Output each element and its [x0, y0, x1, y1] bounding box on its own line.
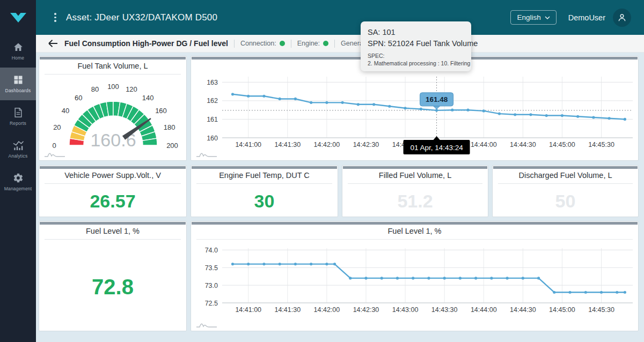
status-dot-green	[323, 41, 328, 46]
svg-text:140: 140	[142, 94, 154, 102]
card-drag-handle[interactable]	[192, 166, 337, 169]
sparkline-toggle-icon[interactable]	[195, 319, 218, 328]
reports-icon	[13, 107, 23, 118]
management-gear-icon	[13, 173, 24, 183]
svg-text:60: 60	[75, 94, 82, 102]
sidebar-item-label: Dashboards	[5, 88, 31, 93]
sidebar-item-management[interactable]: Management	[0, 166, 36, 198]
fuel-tank-volume-chart[interactable]: 14:41:0014:41:3014:42:0014:42:3014:43:00…	[191, 56, 639, 161]
sparkline-toggle-icon[interactable]	[43, 149, 66, 158]
logo-chevron-icon	[6, 9, 30, 27]
spn-name-line: SPN: 521024 Fuel Tank Volume	[368, 38, 464, 49]
stat-value: 30	[191, 191, 338, 212]
stat-value: 51.2	[342, 191, 488, 212]
app-logo[interactable]	[0, 0, 36, 35]
sidebar-item-analytics[interactable]: Analytics	[0, 133, 36, 166]
user-icon	[617, 12, 627, 23]
svg-text:14:44:30: 14:44:30	[510, 306, 536, 314]
stat-value: 50	[493, 191, 638, 212]
svg-text:40: 40	[62, 107, 69, 115]
svg-text:73.0: 73.0	[205, 282, 218, 289]
svg-text:14:41:30: 14:41:30	[274, 306, 301, 314]
sidebar-item-dashboards[interactable]: Dashboards	[0, 68, 36, 100]
fuel-level-value-card: Fuel Level 1, % 72.8	[39, 221, 187, 331]
svg-text:14:41:00: 14:41:00	[235, 306, 261, 314]
svg-text:180: 180	[164, 123, 175, 131]
fuel-tank-volume-chart-card: 14:41:0014:41:3014:42:0014:42:3014:43:00…	[191, 56, 639, 161]
back-button[interactable]	[48, 39, 58, 48]
menu-kebab-icon[interactable]	[54, 13, 56, 22]
card-drag-handle[interactable]	[40, 166, 186, 169]
separator	[234, 40, 235, 48]
svg-text:162: 162	[207, 97, 218, 105]
spn-spec-label: SPEC:	[368, 53, 464, 59]
svg-text:120: 120	[126, 85, 137, 93]
app-root: Home Dashboards Reports Analytics Manage…	[0, 0, 644, 342]
svg-text:74.0: 74.0	[205, 247, 218, 254]
sidebar-item-label: Analytics	[9, 153, 28, 159]
fuel-tank-volume-gauge: 020406080100120140160180200160.6	[39, 75, 187, 159]
svg-text:14:43:30: 14:43:30	[431, 306, 458, 314]
card-drag-handle[interactable]	[40, 57, 186, 60]
spn-tooltip-popup: SA: 101 SPN: 521024 Fuel Tank Volume SPE…	[361, 21, 471, 71]
stat-card-filled-fuel-volume: Filled Fuel Volume, L 51.2	[342, 165, 488, 217]
status-dot-green	[280, 41, 285, 46]
chevron-down-icon	[545, 16, 550, 19]
username: DemoUser	[568, 13, 605, 22]
svg-text:100: 100	[107, 83, 119, 91]
arrow-left-icon	[48, 39, 58, 48]
spn-spec-value: 2. Mathematical processing : 10. Filteri…	[368, 60, 464, 66]
language-label: English	[517, 13, 540, 21]
svg-text:14:44:00: 14:44:00	[471, 306, 497, 314]
svg-text:14:42:30: 14:42:30	[353, 306, 379, 314]
stat-card-engine-fuel-temp: Engine Fuel Temp, DUT C 30	[191, 165, 338, 217]
card-drag-handle[interactable]	[192, 222, 638, 225]
card-drag-handle[interactable]	[40, 222, 186, 225]
svg-text:14:43:00: 14:43:00	[392, 306, 419, 314]
svg-text:20: 20	[53, 123, 61, 131]
card-drag-handle[interactable]	[493, 166, 638, 169]
sidebar-item-label: Reports	[10, 121, 26, 126]
card-drag-handle[interactable]	[343, 166, 487, 169]
user-avatar[interactable]	[613, 9, 631, 27]
svg-text:14:41:30: 14:41:30	[274, 141, 301, 148]
svg-text:0: 0	[52, 142, 56, 150]
stat-card-vehicle-power: Vehicle Power Supp.Volt., V 26.57	[39, 165, 187, 217]
sparkline-toggle-icon[interactable]	[195, 149, 218, 158]
sidebar-item-label: Management	[4, 186, 32, 191]
separator	[334, 40, 335, 48]
svg-text:14:42:00: 14:42:00	[314, 141, 340, 148]
svg-text:161.48: 161.48	[426, 95, 448, 103]
svg-text:161: 161	[207, 116, 218, 123]
svg-text:14:45:00: 14:45:00	[549, 141, 575, 148]
fuel-level-chart-card: Fuel Level 1, % 14:41:0014:41:3014:42:00…	[191, 221, 639, 331]
sidebar-item-reports[interactable]: Reports	[0, 100, 36, 133]
toolbar: Fuel Consumption High-Power DG / Fuel le…	[36, 35, 644, 53]
svg-text:73.5: 73.5	[205, 264, 218, 272]
stat-card-discharged-fuel-volume: Discharged Fuel Volume, L 50	[492, 165, 639, 217]
fuel-tank-volume-gauge-card: Fuel Tank Volume, L 02040608010012014016…	[39, 56, 187, 161]
sidebar-nav: Home Dashboards Reports Analytics Manage…	[0, 35, 36, 198]
header-right: English DemoUser	[510, 9, 631, 27]
analytics-icon	[12, 140, 24, 151]
sidebar: Home Dashboards Reports Analytics Manage…	[0, 0, 36, 342]
svg-text:14:44:30: 14:44:30	[510, 141, 536, 148]
svg-text:01 Apr, 14:43:24: 01 Apr, 14:43:24	[410, 144, 463, 152]
sidebar-item-label: Home	[12, 55, 24, 61]
svg-text:72.5: 72.5	[205, 300, 218, 307]
app-header: Asset: JDeer UX32/DATAKOM D500 English D…	[36, 0, 644, 35]
dashboard-title: Fuel Consumption High-Power DG / Fuel le…	[64, 39, 228, 48]
svg-text:14:42:00: 14:42:00	[314, 306, 340, 314]
status-engine: Engine:	[297, 40, 328, 47]
status-connection: Connection:	[240, 40, 285, 47]
svg-text:163: 163	[207, 79, 218, 86]
svg-text:160: 160	[207, 135, 218, 142]
dashboards-icon	[13, 75, 24, 85]
svg-text:14:41:00: 14:41:00	[235, 141, 261, 148]
language-selector[interactable]: English	[510, 10, 556, 25]
home-icon	[13, 42, 24, 53]
spn-sa-line: SA: 101	[368, 27, 464, 38]
sidebar-item-home[interactable]: Home	[0, 35, 36, 68]
fuel-level-chart[interactable]: 14:41:0014:41:3014:42:0014:42:3014:43:00…	[191, 241, 639, 332]
svg-text:14:42:30: 14:42:30	[353, 141, 379, 148]
